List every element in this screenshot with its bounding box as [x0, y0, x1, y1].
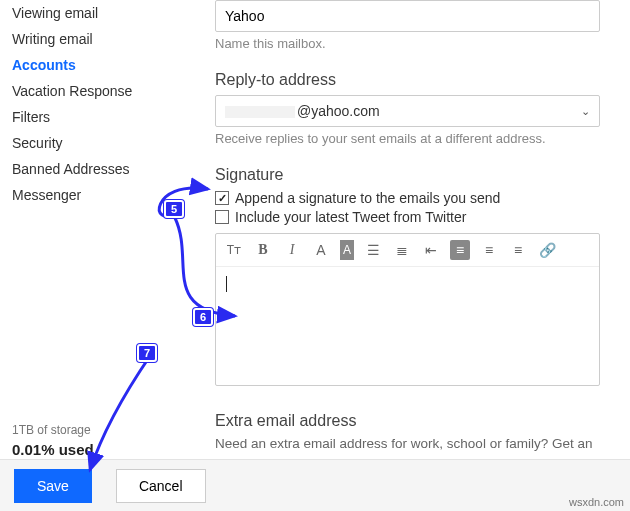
bullet-list-icon[interactable]: ☰ — [363, 240, 383, 260]
reply-to-selected: @yahoo.com — [225, 103, 380, 119]
main-panel: Name this mailbox. Reply-to address @yah… — [185, 0, 630, 511]
mailbox-name-input[interactable] — [215, 0, 600, 32]
italic-icon[interactable]: I — [282, 240, 302, 260]
sidebar-item-viewing-email[interactable]: Viewing email — [12, 0, 185, 26]
signature-editor: Tᴛ B I A A ☰ ≣ ⇤ ≡ ≡ ≡ 🔗 — [215, 233, 600, 386]
mailbox-name-helper: Name this mailbox. — [215, 36, 600, 51]
indent-decrease-icon[interactable]: ⇤ — [421, 240, 441, 260]
highlight-icon[interactable]: A — [340, 240, 354, 260]
include-tweet-checkbox[interactable] — [215, 210, 229, 224]
button-bar: Save Cancel — [0, 459, 630, 511]
extra-email-text: Need an extra email address for work, sc… — [215, 434, 600, 454]
align-left-icon[interactable]: ≡ — [450, 240, 470, 260]
extra-email-title: Extra email address — [215, 412, 600, 430]
watermark: wsxdn.com — [569, 496, 624, 508]
annotation-marker-6: 6 — [193, 308, 213, 326]
reply-to-helper: Receive replies to your sent emails at a… — [215, 131, 600, 146]
signature-textarea[interactable] — [216, 267, 599, 385]
cancel-button[interactable]: Cancel — [116, 469, 206, 503]
append-signature-checkbox[interactable] — [215, 191, 229, 205]
include-tweet-label: Include your latest Tweet from Twitter — [235, 209, 466, 225]
align-center-icon[interactable]: ≡ — [479, 240, 499, 260]
chevron-down-icon: ⌄ — [581, 105, 590, 118]
settings-sidebar: Viewing email Writing email Accounts Vac… — [0, 0, 185, 511]
sidebar-item-banned-addresses[interactable]: Banned Addresses — [12, 156, 185, 182]
signature-label: Signature — [215, 166, 600, 184]
sidebar-item-security[interactable]: Security — [12, 130, 185, 156]
font-color-icon[interactable]: A — [311, 240, 331, 260]
sidebar-item-writing-email[interactable]: Writing email — [12, 26, 185, 52]
extra-email-section: Extra email address Need an extra email … — [215, 412, 600, 454]
align-right-icon[interactable]: ≡ — [508, 240, 528, 260]
sidebar-item-vacation-response[interactable]: Vacation Response — [12, 78, 185, 104]
obscured-username — [225, 106, 295, 118]
storage-total: 1TB of storage — [12, 421, 185, 439]
signature-field: Signature Append a signature to the emai… — [215, 166, 600, 386]
editor-toolbar: Tᴛ B I A A ☰ ≣ ⇤ ≡ ≡ ≡ 🔗 — [216, 234, 599, 267]
reply-to-label: Reply-to address — [215, 71, 600, 89]
save-button[interactable]: Save — [14, 469, 92, 503]
mailbox-name-field: Name this mailbox. — [215, 0, 600, 51]
sidebar-item-messenger[interactable]: Messenger — [12, 182, 185, 208]
reply-to-field: Reply-to address @yahoo.com ⌄ Receive re… — [215, 71, 600, 146]
append-signature-label: Append a signature to the emails you sen… — [235, 190, 500, 206]
storage-used: 0.01% used — [12, 439, 185, 462]
number-list-icon[interactable]: ≣ — [392, 240, 412, 260]
link-icon[interactable]: 🔗 — [537, 240, 557, 260]
annotation-marker-7: 7 — [137, 344, 157, 362]
bold-icon[interactable]: B — [253, 240, 273, 260]
reply-to-select[interactable]: @yahoo.com ⌄ — [215, 95, 600, 127]
annotation-marker-5: 5 — [164, 200, 184, 218]
sidebar-item-accounts[interactable]: Accounts — [12, 52, 185, 78]
sidebar-nav: Viewing email Writing email Accounts Vac… — [12, 0, 185, 421]
sidebar-item-filters[interactable]: Filters — [12, 104, 185, 130]
font-size-icon[interactable]: Tᴛ — [224, 240, 244, 260]
